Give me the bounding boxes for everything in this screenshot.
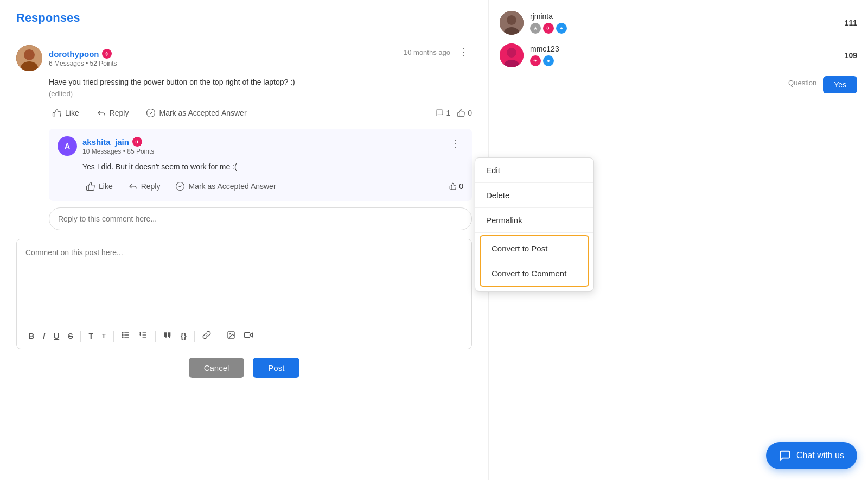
toolbar-underline[interactable]: U (50, 330, 62, 343)
mark-accepted-label-dorothy: Mark as Accepted Answer (159, 109, 246, 117)
comment-text-dorothy: Have you tried pressing the power button… (49, 78, 295, 86)
like-icon-akshita (86, 181, 95, 191)
bullet-list-icon (122, 331, 130, 339)
chat-button[interactable]: Chat with us (766, 442, 857, 469)
nested-author-meta: 10 Messages • 85 Points (82, 148, 154, 155)
nested-author-section: A akshita_jain ✈ 10 Messages • 85 Points (58, 136, 154, 156)
svg-point-10 (122, 337, 123, 338)
nested-author-name-row: akshita_jain ✈ (82, 137, 154, 147)
reply-icon-akshita (128, 181, 138, 191)
comment-count-group: 1 (435, 109, 450, 117)
context-menu-permalink[interactable]: Permalink (475, 208, 593, 233)
comment-header-dorothy: dorothypoon ✈ 6 Messages • 52 Points 10 … (16, 45, 472, 71)
author-section-dorothy: dorothypoon ✈ 6 Messages • 52 Points (16, 45, 117, 71)
yes-button[interactable]: Yes (823, 76, 857, 93)
like-button-akshita[interactable]: Like (82, 179, 116, 193)
toolbar-image[interactable] (224, 329, 239, 343)
editor-toolbar: B I U S T T (17, 323, 471, 349)
avatar-img-dorothy (16, 45, 42, 71)
comment-icon (435, 109, 444, 117)
reply-label-akshita: Reply (141, 182, 161, 191)
like-button-dorothy[interactable]: Like (49, 106, 82, 120)
toolbar-ordered-list[interactable] (136, 329, 151, 343)
svg-point-22 (507, 48, 516, 58)
like-label-dorothy: Like (65, 109, 79, 117)
nested-comment-body: Yes I did. But it doesn't seem to work f… (82, 161, 463, 173)
toolbar-blockquote[interactable] (160, 329, 175, 343)
more-options-akshita[interactable]: ⋮ (447, 136, 463, 150)
reply-button-akshita[interactable]: Reply (125, 179, 164, 193)
reply-label-dorothy: Reply (110, 109, 129, 117)
like-icon-dorothy (52, 108, 62, 118)
post-button[interactable]: Post (253, 358, 299, 378)
nested-upvote-icon (449, 182, 457, 190)
comment-textarea[interactable] (17, 239, 471, 321)
author-info-dorothy: dorothypoon ✈ 6 Messages • 52 Points (49, 49, 117, 67)
reply-input-container (49, 207, 472, 230)
avatar-akshita: A (58, 136, 77, 156)
leaderboard-row-mmc123: mmc123 ✈ ● 109 (500, 43, 857, 67)
toolbar-strikethrough[interactable]: S (65, 330, 76, 343)
toolbar-divider-1 (80, 331, 81, 342)
badge-blue-mmc123: ● (543, 55, 554, 66)
author-name-row-dorothy: dorothypoon ✈ (49, 49, 117, 59)
context-menu-edit[interactable]: Edit (475, 158, 593, 183)
svg-point-1 (24, 49, 35, 60)
author-badge-dorothy: ✈ (102, 49, 112, 59)
cancel-button[interactable]: Cancel (189, 358, 245, 378)
badge-blue-rjminta: ● (556, 23, 567, 34)
toolbar-link[interactable] (199, 329, 214, 343)
nested-upvote-group: 0 (449, 182, 463, 191)
avatar-mmc123 (500, 43, 524, 67)
reply-input[interactable] (49, 207, 472, 230)
toolbar-text1[interactable]: T (85, 330, 97, 343)
toolbar-video[interactable] (241, 329, 256, 343)
chat-label: Chat with us (796, 451, 844, 460)
user-badges-mmc123: ✈ ● (530, 55, 559, 66)
mark-accepted-button-dorothy[interactable]: Mark as Accepted Answer (143, 106, 250, 120)
svg-marker-16 (250, 333, 252, 337)
image-icon (227, 331, 235, 339)
comment-time-dorothy: 10 months ago (404, 48, 450, 56)
question-yes-row: Question Yes (500, 76, 857, 93)
comment-body-dorothy: Have you tried pressing the power button… (49, 77, 472, 99)
user-badges-rjminta: ★ ✈ ● (530, 23, 567, 34)
context-menu-delete[interactable]: Delete (475, 183, 593, 208)
chat-icon (779, 450, 791, 462)
badge-grey-rjminta: ★ (530, 23, 541, 34)
upvote-icon (457, 109, 465, 117)
nested-comment-actions: Like Reply Mark as A (82, 179, 463, 193)
score-mmc123: 109 (845, 51, 857, 60)
comment-textarea-container: B I U S T T (16, 239, 472, 349)
more-options-dorothy[interactable]: ⋮ (456, 45, 472, 59)
toolbar-divider-2 (113, 331, 114, 342)
toolbar-text2[interactable]: T (99, 331, 109, 342)
user-info-rjminta: rjminta ★ ✈ ● (530, 12, 567, 34)
nested-author-name: akshita_jain (82, 137, 129, 147)
mark-accepted-button-akshita[interactable]: Mark as Accepted Answer (172, 179, 279, 193)
comment-actions-dorothy: Like Reply Mark as Accepted Answer (49, 106, 472, 120)
nested-comment-akshita: A akshita_jain ✈ 10 Messages • 85 Points… (49, 129, 472, 201)
badge-red-mmc123: ✈ (530, 55, 541, 66)
link-icon (202, 331, 211, 339)
score-rjminta: 111 (845, 18, 857, 27)
check-icon-dorothy (146, 108, 156, 118)
comment-time-section-dorothy: 10 months ago ⋮ (404, 45, 472, 59)
toolbar-bold[interactable]: B (25, 330, 37, 343)
context-menu-convert-to-comment[interactable]: Convert to Comment (481, 261, 588, 286)
reply-button-dorothy[interactable]: Reply (93, 106, 132, 120)
badge-red-rjminta: ✈ (543, 23, 554, 34)
leaderboard-row-rjminta: rjminta ★ ✈ ● 111 (500, 11, 857, 35)
user-info-mmc123: mmc123 ✈ ● (530, 45, 559, 66)
context-menu: Edit Delete Permalink Convert to Post Co… (475, 157, 594, 292)
avatar-img-rjminta (500, 11, 524, 35)
toolbar-bullet-list[interactable] (118, 329, 133, 343)
nested-author-badge: ✈ (132, 137, 142, 147)
toolbar-italic[interactable]: I (40, 330, 48, 343)
like-label-akshita: Like (99, 182, 113, 191)
question-label: Question (788, 79, 816, 87)
username-rjminta: rjminta (530, 12, 567, 21)
toolbar-code[interactable]: {} (177, 330, 190, 343)
ordered-list-icon (139, 331, 148, 339)
context-menu-convert-to-post[interactable]: Convert to Post (481, 236, 588, 261)
